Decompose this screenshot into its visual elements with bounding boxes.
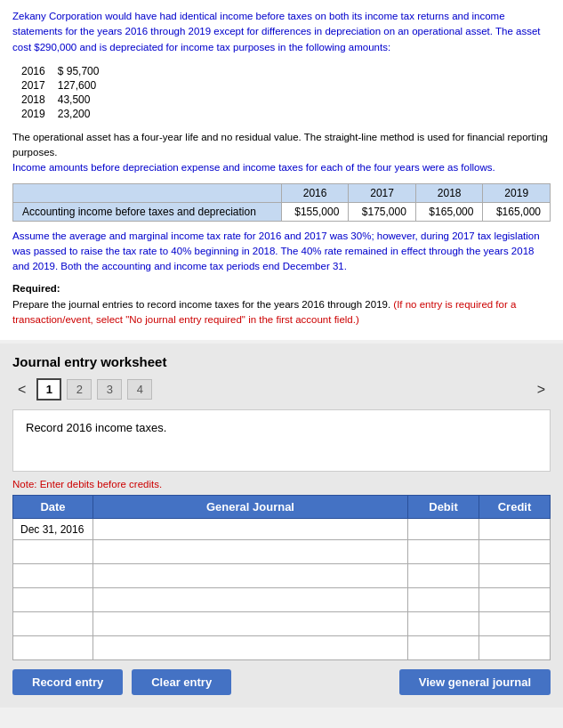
entry-journal-cell[interactable] bbox=[93, 612, 408, 636]
journal-section: Journal entry worksheet < 1 2 3 4 > Reco… bbox=[0, 344, 563, 708]
dep-year: 2016 bbox=[21, 64, 58, 78]
depreciation-table: 2016$ 95,7002017127,600201843,500201923,… bbox=[21, 64, 551, 121]
entry-credit-input[interactable] bbox=[479, 612, 550, 635]
clear-entry-button[interactable]: Clear entry bbox=[132, 669, 231, 695]
entry-date-cell: Dec 31, 2016 bbox=[13, 519, 93, 540]
entry-journal-input[interactable] bbox=[93, 519, 407, 539]
dep-amount: 127,600 bbox=[58, 78, 112, 93]
entry-credit-cell[interactable] bbox=[479, 612, 551, 636]
entry-date-cell[interactable] bbox=[13, 612, 93, 636]
entry-table: Date General Journal Debit Credit Dec 31… bbox=[12, 495, 551, 660]
record-entry-button[interactable]: Record entry bbox=[12, 669, 123, 695]
view-general-journal-button[interactable]: View general journal bbox=[399, 669, 551, 695]
nav-next-arrow[interactable]: > bbox=[532, 380, 551, 400]
entry-debit-input[interactable] bbox=[408, 636, 479, 659]
dep-year: 2018 bbox=[21, 93, 58, 107]
nav-tab-2[interactable]: 2 bbox=[67, 379, 92, 400]
instruction-text: Record 2016 income taxes. bbox=[26, 421, 166, 434]
entry-credit-cell[interactable] bbox=[479, 588, 551, 612]
entry-debit-cell[interactable] bbox=[408, 612, 479, 636]
entry-date-input[interactable] bbox=[20, 568, 85, 584]
entry-date-input[interactable] bbox=[20, 544, 85, 560]
entry-journal-input[interactable] bbox=[93, 612, 407, 635]
entry-debit-input[interactable] bbox=[408, 588, 479, 611]
entry-debit-cell[interactable] bbox=[408, 588, 479, 612]
entry-journal-input[interactable] bbox=[93, 540, 407, 563]
dep-year: 2017 bbox=[21, 78, 58, 93]
entry-journal-cell[interactable] bbox=[93, 588, 408, 612]
entry-debit-input[interactable] bbox=[408, 564, 479, 587]
entry-debit-input[interactable] bbox=[408, 540, 479, 563]
note-entry-text: Note: Enter debits before credits. bbox=[12, 479, 551, 489]
dep-year: 2019 bbox=[21, 107, 58, 121]
entry-date-input[interactable] bbox=[20, 640, 85, 656]
journal-title: Journal entry worksheet bbox=[12, 354, 551, 369]
income-2018: $165,000 bbox=[415, 202, 483, 221]
entry-credit-input[interactable] bbox=[479, 540, 550, 563]
income-2019: $165,000 bbox=[483, 202, 551, 221]
entry-journal-input[interactable] bbox=[93, 588, 407, 611]
journal-nav: < 1 2 3 4 > bbox=[12, 378, 551, 400]
note-paragraph: The operational asset has a four-year li… bbox=[12, 130, 551, 176]
dep-amount: 43,500 bbox=[58, 93, 112, 107]
col-2016: 2016 bbox=[281, 183, 349, 202]
entry-debit-input[interactable] bbox=[408, 519, 479, 539]
dep-amount: $ 95,700 bbox=[58, 64, 112, 78]
entry-date-cell[interactable] bbox=[13, 636, 93, 660]
col-2019: 2019 bbox=[483, 183, 551, 202]
tax-paragraph: Assume the average and marginal income t… bbox=[12, 229, 551, 275]
nav-prev-arrow[interactable]: < bbox=[12, 380, 31, 400]
income-table-wrapper: 2016 2017 2018 2019 Accounting income be… bbox=[12, 183, 551, 222]
entry-journal-cell[interactable] bbox=[93, 636, 408, 660]
entry-journal-cell[interactable] bbox=[93, 540, 408, 564]
header-debit: Debit bbox=[408, 496, 479, 519]
entry-credit-input[interactable] bbox=[479, 588, 550, 611]
instruction-box: Record 2016 income taxes. bbox=[12, 409, 551, 472]
entry-credit-cell[interactable] bbox=[479, 564, 551, 588]
entry-credit-cell[interactable] bbox=[479, 519, 551, 540]
dep-amount: 23,200 bbox=[58, 107, 112, 121]
entry-journal-input[interactable] bbox=[93, 636, 407, 659]
header-date: Date bbox=[13, 496, 93, 519]
entry-debit-cell[interactable] bbox=[408, 564, 479, 588]
income-table: 2016 2017 2018 2019 Accounting income be… bbox=[12, 183, 551, 222]
nav-tab-4[interactable]: 4 bbox=[127, 379, 152, 400]
col-2017: 2017 bbox=[349, 183, 416, 202]
income-2017: $175,000 bbox=[349, 202, 416, 221]
entry-credit-input[interactable] bbox=[479, 636, 550, 659]
entry-date-cell[interactable] bbox=[13, 588, 93, 612]
entry-credit-cell[interactable] bbox=[479, 540, 551, 564]
entry-credit-cell[interactable] bbox=[479, 636, 551, 660]
col-2018: 2018 bbox=[415, 183, 483, 202]
entry-journal-cell[interactable] bbox=[93, 519, 408, 540]
header-credit: Credit bbox=[479, 496, 551, 519]
entry-debit-cell[interactable] bbox=[408, 540, 479, 564]
entry-credit-input[interactable] bbox=[479, 519, 550, 539]
entry-journal-cell[interactable] bbox=[93, 564, 408, 588]
entry-debit-cell[interactable] bbox=[408, 636, 479, 660]
entry-date-cell[interactable] bbox=[13, 564, 93, 588]
required-paragraph: Required: Prepare the journal entries to… bbox=[12, 281, 551, 328]
nav-tab-3[interactable]: 3 bbox=[97, 379, 122, 400]
entry-date-input[interactable] bbox=[20, 616, 85, 632]
entry-credit-input[interactable] bbox=[479, 564, 550, 587]
entry-debit-input[interactable] bbox=[408, 612, 479, 635]
entry-date-cell[interactable] bbox=[13, 540, 93, 564]
nav-tab-1[interactable]: 1 bbox=[36, 378, 61, 400]
header-journal: General Journal bbox=[93, 496, 408, 519]
button-row: Record entry Clear entry View general jo… bbox=[12, 669, 551, 695]
entry-date-input[interactable] bbox=[20, 592, 85, 608]
entry-journal-input[interactable] bbox=[93, 564, 407, 587]
intro-paragraph: Zekany Corporation would have had identi… bbox=[12, 9, 551, 55]
income-row-label: Accounting income before taxes and depre… bbox=[13, 202, 282, 221]
entry-debit-cell[interactable] bbox=[408, 519, 479, 540]
income-2016: $155,000 bbox=[281, 202, 349, 221]
